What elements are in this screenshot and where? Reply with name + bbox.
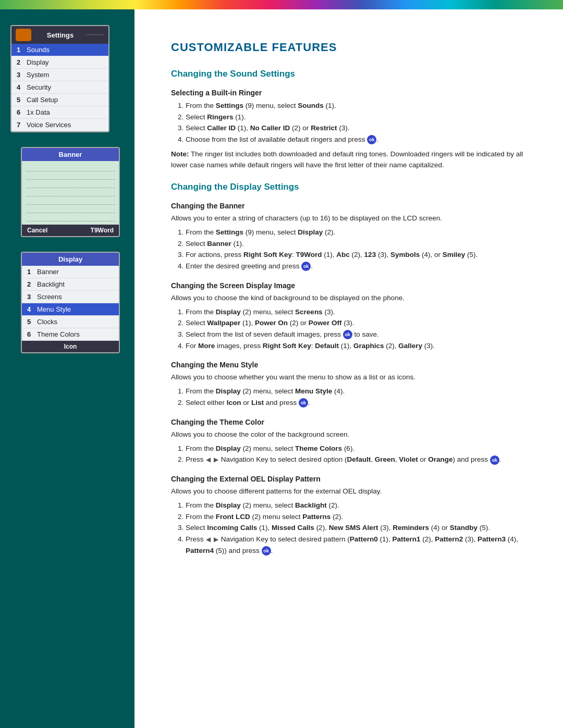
banner-steps: From the Settings (9) menu, select Displ… <box>186 227 532 272</box>
ringer-note: Note: The ringer list includes both down… <box>171 149 532 170</box>
settings-item-voiceservices: 7 Voice Services <box>11 119 108 131</box>
display-footer-icon: Icon <box>64 343 77 350</box>
banner-footer: Cancel T9Word <box>22 225 119 236</box>
list-item: Select Incoming Calls (1), Missed Calls … <box>186 522 532 534</box>
settings-menu: 1 Sounds 2 Display 3 System 4 Security 5 <box>11 44 108 131</box>
display-titlebar: Display <box>22 253 119 266</box>
list-item: Enter the desired greeting and press ok. <box>186 261 532 272</box>
banner-cancel: Cancel <box>27 227 47 234</box>
banner-intro: Allows you to enter a string of characte… <box>171 213 532 224</box>
ok-button-5: ok <box>490 455 499 465</box>
built-in-ringer-header: Selecting a Built-in Ringer <box>171 89 532 97</box>
list-item: For actions, press Right Soft Key: T9Wor… <box>186 249 532 261</box>
screen-display-steps: From the Display (2) menu, select Screen… <box>186 306 532 351</box>
banner-title: Banner <box>59 151 82 158</box>
settings-title: Settings <box>47 31 74 39</box>
list-item: Select Ringers (1). <box>186 112 532 123</box>
screen-display-intro: Allows you to choose the kind of backgro… <box>171 293 532 303</box>
list-item: Press ◀ ▶ Navigation Key to select desir… <box>186 454 532 465</box>
menu-style-steps: From the Display (2) menu, select Menu S… <box>186 386 532 408</box>
menu-style-intro: Allows you to choose whether you want th… <box>171 372 532 382</box>
display-item-banner: 1 Banner <box>22 266 119 278</box>
built-in-ringer-section: Selecting a Built-in Ringer From the Set… <box>171 89 532 170</box>
display-item-menustyle: 4 Menu Style <box>22 303 119 316</box>
list-item: Select from the list of seven default im… <box>186 329 532 340</box>
list-item: From the Front LCD (2) menu select Patte… <box>186 511 532 523</box>
display-item-clocks: 5 Clocks <box>22 316 119 328</box>
list-item: From the Display (2) menu, select Backli… <box>186 500 532 511</box>
theme-color-section: Changing the Theme Color Allows you to c… <box>171 418 532 465</box>
display-widget: Display 1 Banner 2 Backlight 3 Screens 4… <box>10 252 115 353</box>
settings-item-sounds: 1 Sounds <box>11 44 108 56</box>
list-item: Select Caller ID (1), No Caller ID (2) o… <box>186 122 532 134</box>
settings-item-display: 2 Display <box>11 56 108 69</box>
nav-icon-left: ◀ <box>206 455 211 465</box>
settings-dots: ·········· <box>86 32 104 38</box>
main-content: CUSTOMIZABLE FEATURES Changing the Sound… <box>134 9 563 591</box>
settings-item-1xdata: 6 1x Data <box>11 106 108 119</box>
page-title: CUSTOMIZABLE FEATURES <box>171 41 532 54</box>
top-color-bar <box>0 0 563 9</box>
display-item-backlight: 2 Backlight <box>22 278 119 291</box>
nav-icon-right: ▶ <box>214 455 218 465</box>
oel-display-section: Changing the External OEL Display Patter… <box>171 475 532 556</box>
nav-icon-right-2: ▶ <box>214 535 218 545</box>
nav-icon-left-2: ◀ <box>206 535 211 545</box>
menu-style-subheader: Changing the Menu Style <box>171 361 532 369</box>
screen-display-subheader: Changing the Screen Display Image <box>171 281 532 290</box>
theme-color-subheader: Changing the Theme Color <box>171 418 532 426</box>
list-item: Select either Icon or List and press ok. <box>186 397 532 409</box>
banner-section: Changing the Banner Allows you to enter … <box>171 202 532 272</box>
list-item: For More images, press Right Soft Key: D… <box>186 340 532 352</box>
sound-settings-header: Changing the Sound Settings <box>171 69 532 79</box>
oel-display-intro: Allows you to choose different patterns … <box>171 486 532 497</box>
settings-item-security: 4 Security <box>11 81 108 94</box>
display-item-screens: 3 Screens <box>22 291 119 303</box>
ok-button-3: ok <box>343 330 352 339</box>
list-item: From the Display (2) menu, select Menu S… <box>186 386 532 397</box>
list-item: From the Display (2) menu, select Theme … <box>186 443 532 454</box>
oel-display-steps: From the Display (2) menu, select Backli… <box>186 500 532 556</box>
list-item: Press ◀ ▶ Navigation Key to select desir… <box>186 534 532 556</box>
display-settings-header: Changing the Display Settings <box>171 182 532 192</box>
list-item: Select Banner (1). <box>186 238 532 250</box>
theme-color-steps: From the Display (2) menu, select Theme … <box>186 443 532 465</box>
display-item-themecolors: 6 Theme Colors <box>22 328 119 341</box>
settings-item-callsetup: 5 Call Setup <box>11 94 108 106</box>
banner-t9word: T9Word <box>91 227 114 234</box>
list-item: Select Wallpaper (1), Power On (2) or Po… <box>186 317 532 329</box>
ok-button-4: ok <box>299 398 308 408</box>
display-footer: Icon <box>22 341 119 352</box>
banner-titlebar: Banner <box>22 148 119 161</box>
banner-subheader: Changing the Banner <box>171 202 532 210</box>
screen-display-section: Changing the Screen Display Image Allows… <box>171 281 532 352</box>
display-title: Display <box>58 255 82 263</box>
settings-widget: Settings ·········· 1 Sounds 2 Display 3… <box>10 25 115 132</box>
built-in-ringer-steps: From the Settings (9) menu, select Sound… <box>186 100 532 145</box>
settings-icon <box>16 29 31 41</box>
banner-widget: Banner Cancel T9Word <box>10 147 115 237</box>
menu-style-section: Changing the Menu Style Allows you to ch… <box>171 361 532 408</box>
theme-color-intro: Allows you to choose the color of the ba… <box>171 429 532 440</box>
settings-item-system: 3 System <box>11 69 108 81</box>
list-item: From the Settings (9) menu, select Sound… <box>186 100 532 112</box>
ok-button-2: ok <box>301 262 311 271</box>
oel-display-subheader: Changing the External OEL Display Patter… <box>171 475 532 483</box>
sidebar: Settings ·········· 1 Sounds 2 Display 3… <box>0 9 134 728</box>
settings-titlebar: Settings ·········· <box>11 26 108 44</box>
list-item: Choose from the list of available defaul… <box>186 134 532 145</box>
list-item: From the Settings (9) menu, select Displ… <box>186 227 532 238</box>
list-item: From the Display (2) menu, select Screen… <box>186 306 532 318</box>
display-menu: 1 Banner 2 Backlight 3 Screens 4 Menu St… <box>22 266 119 341</box>
banner-body <box>22 161 119 225</box>
ok-button-1: ok <box>367 135 376 144</box>
ok-button-6: ok <box>262 546 271 556</box>
